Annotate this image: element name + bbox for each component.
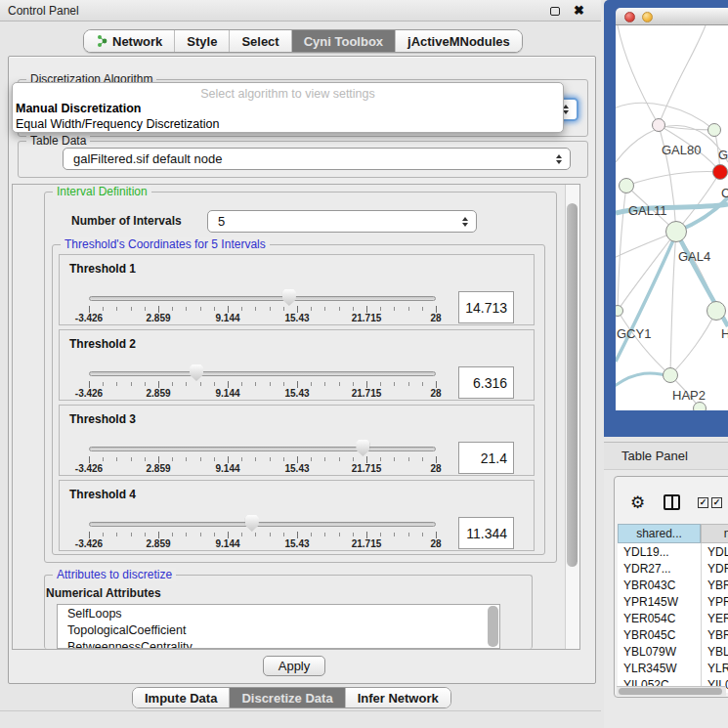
tick [186,307,187,311]
tab-impute-data[interactable]: Impute Data [133,688,230,707]
network-node-gal4[interactable] [665,221,687,242]
threshold-value-field[interactable]: 21.4 [458,442,514,474]
tab-label: jActiveMNodules [407,34,510,49]
table-cell-name[interactable]: YBR0 [702,577,728,593]
tab-select[interactable]: Select [230,30,291,52]
tab-network[interactable]: Network [84,30,175,52]
minimize-traffic-icon[interactable] [642,12,653,22]
tick [283,307,284,311]
slider-track[interactable] [89,522,436,527]
network-node-hap2[interactable] [663,367,678,383]
tick [408,382,409,386]
table-cell-name[interactable]: YBR0 [702,626,728,643]
tick [241,457,242,461]
table-cell-name[interactable]: YDR2 [702,560,728,577]
network-node-h[interactable] [707,301,726,321]
network-node-ga[interactable] [707,123,721,137]
tab-jactivemnodules[interactable]: jActiveMNodules [396,30,522,52]
tick [270,457,271,461]
table-cell-name[interactable]: YPR1 [702,593,728,610]
numerical-attributes-list[interactable]: SelfLoopsTopologicalCoefficientBetweenne… [57,604,500,649]
attributes-scrollbar-thumb[interactable] [488,606,498,647]
slider-track[interactable] [89,371,436,376]
slider-thumb[interactable] [356,440,369,456]
network-node-gal11[interactable] [619,178,634,193]
node-label: GCY1 [617,326,651,341]
tick [353,457,354,461]
tab-style[interactable]: Style [175,30,230,52]
gear-icon[interactable]: ⚙ [630,492,645,513]
tick [324,533,325,536]
slider-thumb[interactable] [190,364,203,381]
table-cell-shared-name[interactable]: YLR345W [618,660,701,676]
table-cell-shared-name[interactable]: YDR27... [618,560,701,577]
tick [172,382,173,386]
tab-cyni-toolbox[interactable]: Cyni Toolbox [292,30,396,52]
table-cell-shared-name[interactable]: YBL079W [618,643,701,660]
table-cell-name[interactable]: YLR3 [702,660,728,676]
tick [436,532,437,538]
column-header-shared-name[interactable]: shared... [618,524,701,543]
table-cell-shared-name[interactable]: YDL19... [618,543,701,560]
threshold-value-field[interactable]: 11.344 [458,517,514,549]
table-cell-shared-name[interactable]: YER054C [618,610,701,626]
tick [339,307,340,311]
slider-track[interactable] [89,296,436,301]
table-cell-shared-name[interactable]: YBR043C [618,577,701,593]
float-window-icon[interactable] [550,7,560,16]
slider-thumb[interactable] [245,515,259,532]
threshold-value-field[interactable]: 6.316 [458,366,514,399]
horizontal-scrollbar-thumb[interactable] [619,688,722,695]
vertical-scrollbar-thumb[interactable] [567,203,578,567]
tab-discretize-data[interactable]: Discretize Data [230,688,345,707]
table-cell-name[interactable]: YBL0 [702,643,728,660]
threshold-value-field[interactable]: 14.713 [458,291,514,323]
table-cell-name[interactable]: YDL1 [702,543,728,560]
apply-button[interactable]: Apply [263,656,325,676]
table-cell-name[interactable]: YER0 [702,610,728,626]
list-item[interactable]: SelfLoops [58,605,499,621]
tick [436,456,437,463]
tick [228,456,229,463]
table-cell-shared-name[interactable]: YPR145W [618,593,701,610]
close-icon[interactable]: ✖ [574,3,584,18]
num-intervals-combobox[interactable]: 5 [207,210,477,233]
tick [255,382,256,386]
column-header-name[interactable]: na [701,524,728,543]
numerical-attributes-label: Numerical Attributes [46,586,161,600]
split-panel-icon[interactable] [664,494,680,510]
popup-option-equal-width[interactable]: Equal Width/Frequency Discretization [16,117,219,131]
tick [186,533,187,536]
tab-infer-network[interactable]: Infer Network [346,688,450,707]
network-node[interactable] [693,402,707,410]
tick [228,532,229,538]
footer-divider [0,710,601,711]
tick [214,533,215,536]
network-node-gal80[interactable] [652,118,665,132]
tick [353,533,354,536]
popup-option-manual[interactable]: Manual Discretization [16,102,142,115]
node-label: GAL4 [678,249,710,264]
network-node-c[interactable] [712,164,728,180]
list-item[interactable]: BetweennessCentrality [58,638,499,649]
network-window-titlebar[interactable] [616,8,728,25]
tab-label: Select [241,34,278,49]
table-data-combobox[interactable]: galFiltered.sif default node [63,148,571,170]
tick [200,457,201,461]
network-canvas[interactable]: GAL80GACGAL11GAL4GCY1HHAP2 [616,25,728,410]
close-traffic-icon[interactable] [624,12,635,22]
checkbox-icon[interactable]: ✓ [698,497,708,508]
tick [172,533,173,536]
tab-label: Style [187,34,217,49]
zoom-traffic-icon[interactable] [660,12,670,22]
list-item[interactable]: TopologicalCoefficient [58,621,499,638]
tick [270,307,271,311]
tick-label: -3.426 [75,388,103,399]
tick [255,457,256,461]
checkbox-icon[interactable]: ✓ [711,497,722,508]
slider-track[interactable] [89,447,436,451]
slider-thumb[interactable] [282,289,296,306]
tick-label: 2.859 [146,538,170,549]
table-cell-shared-name[interactable]: YBR045C [618,626,701,643]
tick [158,456,159,463]
